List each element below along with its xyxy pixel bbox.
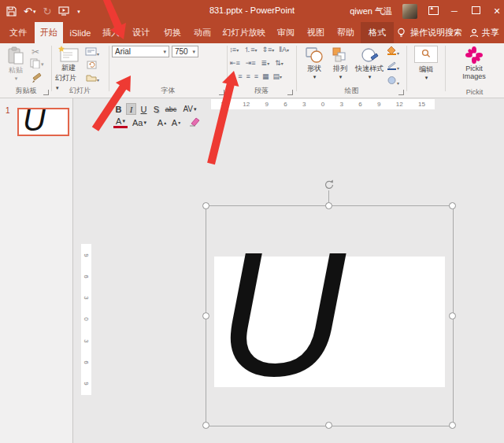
text-shadow-button[interactable]: S	[151, 103, 161, 115]
pickit-label-2: Images	[462, 72, 486, 80]
group-slides: 新建 幻灯片 ▾ ▾ ▾ 幻灯片	[52, 43, 108, 98]
group-pickit: Pickit Images Pickit	[447, 43, 502, 98]
resize-handle-bottom-left[interactable]	[202, 422, 209, 429]
h-ruler-tick: 3	[340, 101, 343, 108]
avatar[interactable]	[402, 4, 417, 19]
text-direction-button[interactable]: ⇅▾	[275, 60, 284, 67]
underline-button[interactable]: U	[139, 103, 149, 115]
italic-button[interactable]: I	[126, 103, 136, 115]
v-ruler-tick: 3	[83, 297, 90, 300]
font-dialog-launcher[interactable]	[219, 90, 224, 95]
font-family-value: Arial	[115, 47, 131, 56]
resize-handle-top-right[interactable]	[449, 202, 456, 209]
powerpoint-window: ↶▾ ↻ ▾ 831.pptx - PowerPoint qiwen 气温 ─ …	[0, 0, 504, 443]
resize-handle-top-middle[interactable]	[325, 202, 332, 209]
change-case-button[interactable]: Aa▾	[131, 116, 148, 128]
layout-icon[interactable]: ▾	[85, 47, 99, 57]
editing-button[interactable]: 编辑 ▾	[413, 46, 439, 81]
columns-button[interactable]: ‖A▾	[279, 46, 289, 54]
tell-me-search[interactable]: 操作说明搜索	[397, 22, 462, 43]
v-ruler-tick: 6	[83, 275, 90, 278]
horizontal-ruler[interactable]: 151296303691215	[211, 99, 435, 109]
group-clipboard: 粘贴 ▾ ✂ ▾ 剪贴板	[2, 43, 50, 98]
share-button[interactable]: 共享	[469, 22, 499, 43]
paste-button[interactable]: 粘贴 ▾	[5, 46, 27, 82]
group-paragraph: ⁝≡▾ ⒈≡▾ ⇕≡▾ ‖A▾ ⇤≡ ⇥≡ ≣▾ ⇅▾ ≡ ≡ ≡ ≡ ▦ ▤▾…	[228, 43, 295, 98]
shrink-font-button[interactable]: A▼	[170, 116, 183, 128]
align-left-button[interactable]: ≡	[230, 73, 234, 80]
align-text-button[interactable]: ≣▾	[261, 60, 270, 67]
bold-button[interactable]: B	[113, 103, 124, 115]
tab-transitions[interactable]: 切换	[158, 22, 187, 43]
grow-font-button[interactable]: A▲	[156, 116, 169, 128]
resize-handle-top-left[interactable]	[202, 202, 209, 209]
group-editing: 编辑 ▾	[408, 43, 444, 98]
quick-styles-button[interactable]: 快速样式 ▾	[353, 46, 386, 80]
tab-review[interactable]: 审阅	[271, 22, 301, 43]
line-spacing-button[interactable]: ⇕≡▾	[261, 46, 274, 54]
group-font: Arial▾ 750▾ B I U S abc AV▾ A▾ Aa▾ A▲ A▼…	[110, 43, 226, 98]
drawing-dialog-launcher[interactable]	[398, 90, 404, 95]
font-size-combo[interactable]: 750▾	[172, 46, 198, 57]
add-table-button[interactable]: ▦	[262, 73, 269, 80]
clipboard-dialog-launcher[interactable]	[43, 90, 49, 95]
maximize-button[interactable]	[470, 6, 481, 16]
tab-view[interactable]: 视图	[301, 22, 331, 43]
group-drawing: 形状 ▾ 排列 ▾ 快速样式 ▾ ▾ ▾ ▾ 绘图	[298, 43, 406, 98]
reset-slide-icon[interactable]	[87, 60, 97, 72]
shape-outline-icon[interactable]: ▾	[387, 61, 399, 72]
shapes-button[interactable]: 形状 ▾	[302, 46, 326, 80]
slide-thumbnail[interactable]: U	[17, 108, 69, 136]
rotation-handle[interactable]	[323, 179, 335, 192]
tab-help[interactable]: 帮助	[331, 22, 361, 43]
font-family-combo[interactable]: Arial▾	[112, 46, 169, 57]
minimize-button[interactable]: ─	[449, 6, 460, 16]
tab-slideshow[interactable]: 幻灯片放映	[217, 22, 271, 43]
copy-icon[interactable]: ▾	[30, 58, 44, 70]
paragraph-row-1: ⁝≡▾ ⒈≡▾ ⇕≡▾ ‖A▾	[230, 46, 289, 54]
format-painter-icon[interactable]	[32, 72, 43, 84]
textbox-selection-border[interactable]	[206, 205, 454, 426]
shape-effects-icon[interactable]: ▾	[387, 76, 399, 87]
resize-handle-middle-right[interactable]	[449, 312, 456, 319]
tab-islide[interactable]: iSlide	[65, 22, 96, 43]
align-right-button[interactable]: ≡	[246, 73, 250, 80]
ribbon-display-options-icon[interactable]	[428, 6, 439, 17]
font-color-button[interactable]: A▾	[113, 116, 128, 128]
cut-icon[interactable]: ✂	[32, 46, 39, 57]
slide-number: 1	[6, 106, 10, 115]
shapes-label: 形状	[307, 64, 321, 74]
tab-file[interactable]: 文件	[3, 22, 33, 43]
tab-home[interactable]: 开始	[35, 22, 63, 43]
tab-insert[interactable]: 插入	[96, 22, 126, 43]
pickit-images-button[interactable]: Pickit Images	[453, 46, 495, 80]
new-slide-button[interactable]: 新建 幻灯片 ▾	[55, 46, 82, 91]
quick-styles-icon	[360, 46, 379, 64]
paragraph-dialog-launcher[interactable]	[287, 90, 293, 95]
tab-design[interactable]: 设计	[126, 22, 156, 43]
user-account[interactable]: qiwen 气温	[350, 6, 392, 17]
h-ruler-tick: 15	[220, 101, 228, 108]
increase-indent-button[interactable]: ⇥≡	[246, 60, 256, 67]
numbering-button[interactable]: ⒈≡▾	[243, 46, 257, 54]
close-button[interactable]: ✕	[491, 6, 502, 17]
tab-format[interactable]: 格式	[361, 22, 394, 43]
decrease-indent-button[interactable]: ⇤≡	[230, 60, 240, 67]
clear-formatting-icon[interactable]	[189, 116, 200, 128]
resize-handle-bottom-right[interactable]	[449, 422, 456, 429]
section-icon[interactable]: ▾	[86, 73, 99, 83]
tab-animations[interactable]: 动画	[187, 22, 217, 43]
vertical-ruler[interactable]: 9630369	[81, 244, 91, 395]
editing-label: 编辑	[419, 65, 433, 75]
convert-smartart-button[interactable]: ▤▾	[273, 73, 283, 80]
bullets-button[interactable]: ⁝≡▾	[230, 46, 239, 54]
resize-handle-middle-left[interactable]	[202, 312, 209, 319]
character-spacing-button[interactable]: AV▾	[180, 103, 199, 115]
strikethrough-button[interactable]: abc	[163, 103, 179, 115]
justify-button[interactable]: ≡	[254, 73, 258, 80]
arrange-button[interactable]: 排列 ▾	[328, 46, 352, 80]
v-ruler-tick: 9	[83, 382, 90, 385]
resize-handle-bottom-middle[interactable]	[325, 422, 332, 429]
align-center-button[interactable]: ≡	[238, 73, 242, 80]
shape-fill-icon[interactable]: ▾	[387, 46, 399, 57]
